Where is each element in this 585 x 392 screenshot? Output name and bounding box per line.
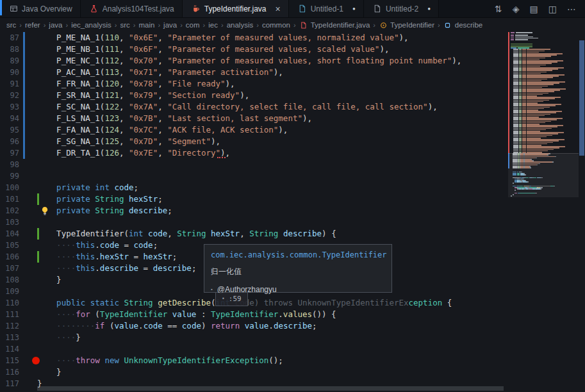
code-line[interactable]: 113 ····}	[0, 332, 585, 343]
line-number[interactable]: 102	[0, 205, 19, 216]
breadcrumb-item-iec-analysis[interactable]: iec_analysis	[71, 21, 111, 29]
tab-java-overview[interactable]: Java Overview	[0, 0, 81, 17]
line-number[interactable]: 90	[0, 67, 19, 78]
line-number[interactable]: 104	[0, 228, 19, 240]
code-line[interactable]: 111 ····for (TypeIdentifier value : Type…	[0, 309, 585, 320]
breadcrumb-label: describe	[455, 21, 482, 29]
minimap[interactable]	[508, 32, 579, 391]
code-line[interactable]: 91 F_FR_NA_1(120, "0x78", "File ready"),	[0, 78, 585, 90]
hover-badge-text: :59	[229, 293, 242, 305]
line-number[interactable]: 94	[0, 113, 19, 124]
line-number[interactable]: 93	[0, 101, 19, 113]
modified-dot-icon[interactable]: ●	[352, 6, 356, 12]
code-line[interactable]: 101 private String hexStr;	[0, 193, 585, 205]
code-line[interactable]: 96 F_SG_NA_1(125, "0x7D", "Segment"),	[0, 136, 585, 147]
breadcrumb-item-src[interactable]: src	[6, 21, 16, 29]
code-line[interactable]: 115 ····throw new UnknownTypeIdentifierE…	[0, 355, 585, 366]
breadcrumb-label: TypeIdentifier.java	[311, 21, 370, 29]
editor[interactable]: 87 P_ME_NA_1(110, "0x6E", "Parameter of …	[0, 32, 585, 391]
line-number[interactable]: 106	[0, 251, 19, 263]
git-modified-marker	[23, 124, 25, 136]
code-line[interactable]: 88 P_ME_NB_1(111, "0x6F", "Parameter of …	[0, 44, 585, 55]
code-line[interactable]: 104 TypeIdentifier(int code, String hexS…	[0, 228, 585, 240]
line-number[interactable]: 108	[0, 274, 19, 286]
line-number[interactable]: 103	[0, 216, 19, 228]
line-number[interactable]: 109	[0, 286, 19, 297]
breadcrumb-item-java[interactable]: java	[163, 21, 177, 29]
line-number[interactable]: 91	[0, 78, 19, 90]
line-number[interactable]: 116	[0, 366, 19, 378]
code-line[interactable]: 87 P_ME_NA_1(110, "0x6E", "Parameter of …	[0, 32, 585, 44]
code-line[interactable]: 98	[0, 159, 585, 170]
line-number[interactable]: 98	[0, 159, 19, 170]
breadcrumb-item-java[interactable]: java	[49, 21, 62, 29]
run-icon[interactable]: ◈	[513, 4, 520, 14]
breadcrumb-item-describe[interactable]: describe	[443, 20, 482, 29]
breadcrumb-item-src[interactable]: src	[120, 21, 129, 29]
code-line[interactable]: 102 private String describe;	[0, 205, 585, 216]
vertical-scrollbar[interactable]	[579, 32, 585, 391]
line-number[interactable]: 95	[0, 124, 19, 136]
breadcrumb-item-main[interactable]: main	[138, 21, 154, 29]
line-number[interactable]: 112	[0, 320, 19, 332]
breadcrumb-label: common	[262, 21, 290, 29]
breadcrumb-item-iec[interactable]: iec	[208, 21, 218, 29]
code-line[interactable]: 100 private int code;	[0, 182, 585, 193]
close-tab-icon[interactable]: ×	[276, 4, 281, 13]
line-number[interactable]: 115	[0, 355, 19, 366]
breadcrumb-item-com[interactable]: com	[186, 21, 200, 29]
notebook-icon[interactable]: ▤	[530, 4, 538, 14]
line-number[interactable]: 96	[0, 136, 19, 147]
line-number[interactable]: 97	[0, 147, 19, 159]
tab-untitled-1[interactable]: Untitled-1●	[289, 0, 364, 17]
line-number[interactable]: 92	[0, 90, 19, 101]
tab-analysis104test-java[interactable]: Analysis104Test.java	[81, 0, 183, 17]
tab-label: Java Overview	[22, 4, 72, 13]
breadcrumb-item-refer[interactable]: refer	[25, 21, 40, 29]
line-number[interactable]: 100	[0, 182, 19, 193]
horizontal-scrollbar-thumb[interactable]	[37, 386, 504, 391]
tab-typeidentifier-java[interactable]: TypeIdentifier.java×	[183, 0, 289, 17]
line-number[interactable]: 110	[0, 297, 19, 309]
code-text: ····this.hexStr = hexStr;	[37, 251, 177, 263]
code-text: F_FR_NA_1(120, "0x78", "File ready"),	[37, 78, 235, 90]
code-text: ····this.describe = describe;	[37, 263, 196, 274]
line-number[interactable]: 87	[0, 32, 19, 44]
breadcrumb-label: src	[6, 21, 16, 29]
breadcrumb-item-analysis[interactable]: analysis	[227, 21, 254, 29]
tab-untitled-2[interactable]: Untitled-2●	[364, 0, 439, 17]
line-number[interactable]: 105	[0, 240, 19, 251]
modified-dot-icon[interactable]: ●	[427, 6, 431, 12]
code-line[interactable]: 92 F_SR_NA_1(121, "0x79", "Section ready…	[0, 90, 585, 101]
line-number[interactable]: 88	[0, 44, 19, 55]
line-number[interactable]: 113	[0, 332, 19, 343]
code-line[interactable]: 116 }	[0, 366, 585, 378]
breadcrumb-item-common[interactable]: common	[262, 21, 290, 29]
vertical-scrollbar-thumb[interactable]	[579, 40, 584, 156]
minimap-viewport[interactable]	[508, 153, 579, 197]
line-number[interactable]: 101	[0, 193, 19, 205]
breadcrumb-item-typeidentifier[interactable]: TypeIdentifier	[379, 20, 434, 29]
code-line[interactable]: 89 P_ME_NC_1(112, "0x70", "Parameter of …	[0, 55, 585, 67]
code-line[interactable]: 93 F_SC_NA_1(122, "0x7A", "Call director…	[0, 101, 585, 113]
line-number[interactable]: 89	[0, 55, 19, 67]
code-line[interactable]: 90 P_AC_NA_1(113, "0x71", "Parameter act…	[0, 67, 585, 78]
more-actions-icon[interactable]: ⋯	[567, 4, 576, 14]
code-line[interactable]: 103	[0, 216, 585, 228]
code-line[interactable]: 95 F_FA_NA_1(124, "0x7C", "ACK file, ACK…	[0, 124, 585, 136]
split-editor-icon[interactable]: ◫	[548, 4, 557, 14]
line-number[interactable]: 107	[0, 263, 19, 274]
code-line[interactable]: 110 public static String getDescribe(int…	[0, 297, 585, 309]
code-line[interactable]: 99	[0, 170, 585, 182]
code-line[interactable]: 112 ········if (value.code == code) retu…	[0, 320, 585, 332]
toggle-changes-icon[interactable]: ⇅	[495, 4, 502, 14]
code-line[interactable]: 94 F_LS_NA_1(123, "0x7B", "Last section,…	[0, 113, 585, 124]
breadcrumb-separator-icon: ›	[133, 21, 136, 29]
horizontal-scrollbar[interactable]	[0, 386, 585, 391]
line-number[interactable]: 99	[0, 170, 19, 182]
code-line[interactable]: 114	[0, 343, 585, 355]
breadcrumb-item-typeidentifier-java[interactable]: TypeIdentifier.java	[299, 20, 370, 29]
line-number[interactable]: 114	[0, 343, 19, 355]
code-line[interactable]: 97 F_DR_TA_1(126, "0x7E", "Directory"),	[0, 147, 585, 159]
line-number[interactable]: 111	[0, 309, 19, 320]
